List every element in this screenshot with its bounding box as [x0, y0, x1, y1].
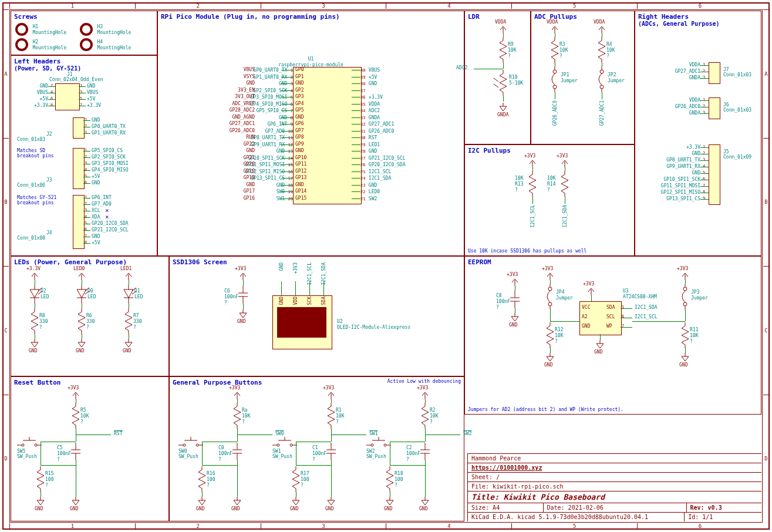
svg-point-122	[548, 287, 552, 291]
svg-point-28	[35, 444, 37, 446]
mountinghole-icon	[80, 38, 93, 51]
title-block: Hammond Pearce https://01001000.xyz Shee…	[467, 453, 761, 521]
ruler-bottom: 123456	[9, 523, 763, 529]
capacitor-icon	[70, 443, 87, 463]
capacitor-icon	[231, 443, 249, 463]
resistor-icon	[559, 171, 582, 199]
ruler-top: 123456	[9, 3, 763, 9]
svg-point-104	[553, 85, 557, 89]
mountinghole-icon	[80, 23, 93, 36]
block-ldr: LDR VDDAR910K?ADC2R105-10KGNDA	[464, 11, 531, 144]
block-screws: Screws H1 MountingHole H3 MountingHole H…	[11, 11, 157, 55]
schematic-canvas[interactable]: Screws H1 MountingHole H3 MountingHole H…	[11, 11, 761, 521]
svg-point-80	[371, 444, 373, 446]
svg-point-65	[290, 444, 292, 446]
screws-title: Screws	[14, 13, 154, 21]
svg-point-109	[600, 70, 604, 73]
block-right-headers: Right Headers (ADCs, General Purpose) J7…	[635, 11, 761, 256]
mountinghole-icon	[15, 23, 28, 36]
capacitor-icon	[325, 443, 343, 463]
left-headers-title: Left Headers	[14, 58, 154, 65]
block-reset: Reset Button +3V3R510K?RSTSW5SW_PushC510…	[11, 376, 169, 521]
block-gpbuttons: General Purpose Buttons Active Low with …	[169, 376, 464, 521]
svg-point-27	[22, 444, 24, 446]
svg-point-130	[683, 287, 687, 291]
svg-point-81	[384, 444, 386, 446]
capacitor-icon	[237, 286, 255, 306]
block-pico: RPi Pico Module (Plug in, no programming…	[157, 11, 464, 256]
block-left-headers: Left Headers (Power, SD, GY-521) J1Conn_…	[11, 55, 157, 256]
svg-point-64	[277, 444, 279, 446]
svg-point-123	[548, 302, 552, 306]
block-leds: LEDs (Power, General Purpose) +3.3VD2LED…	[11, 256, 169, 376]
mountinghole-icon	[15, 38, 28, 51]
svg-point-48	[183, 444, 186, 446]
svg-point-110	[600, 85, 604, 89]
block-i2cpullups: I2C Pullups +3V310KR13?I2C1_SCL+3V310KR1…	[464, 144, 635, 256]
svg-line-97	[494, 78, 498, 82]
ruler-right: ABCD	[763, 9, 769, 523]
resistor-icon	[527, 171, 550, 199]
svg-point-49	[196, 444, 198, 446]
block-eeprom: EEPROM +3V3C8100nF?GND+3V3JP4JumperR1210…	[464, 256, 761, 415]
block-adcpullups: ADC Pullups VDDAR310K?JP1JumperGP26_ADC0…	[531, 11, 635, 144]
block-ssd1306: SSD1306 Screen +3V3C6100nF?GNDU2OLED-I2C…	[169, 256, 464, 376]
svg-line-98	[494, 84, 498, 87]
svg-point-103	[553, 70, 557, 73]
ruler-left: ABCD	[3, 9, 9, 523]
svg-point-131	[683, 302, 687, 306]
capacitor-icon	[509, 291, 527, 311]
capacitor-icon	[419, 443, 437, 463]
